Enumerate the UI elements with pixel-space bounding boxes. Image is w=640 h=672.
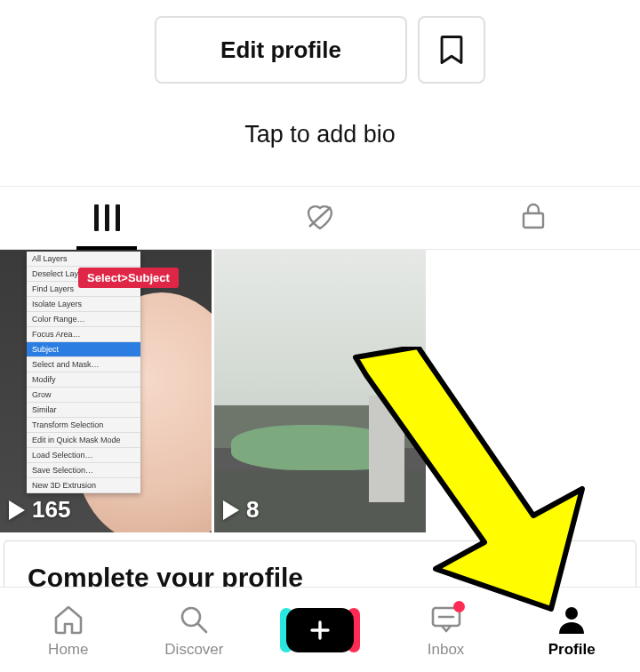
home-icon <box>51 602 86 637</box>
notification-dot <box>453 601 465 612</box>
tab-home[interactable]: Home <box>5 602 132 659</box>
tab-liked[interactable] <box>213 187 427 249</box>
video-thumb[interactable]: All LayersDeselect LayersFind LayersIsol… <box>0 250 212 532</box>
thumb-badge: Select>Subject <box>78 268 179 288</box>
inbox-icon <box>428 602 464 637</box>
tab-private[interactable] <box>427 187 640 249</box>
profile-icon <box>554 602 589 637</box>
tab-feed[interactable] <box>0 187 213 249</box>
tab-label: Discover <box>164 641 223 659</box>
feed-icon <box>94 204 120 231</box>
play-icon <box>223 500 239 520</box>
bookmark-icon <box>434 32 469 68</box>
tab-profile[interactable]: Profile <box>508 602 635 659</box>
svg-line-0 <box>309 207 331 227</box>
create-button <box>286 608 354 652</box>
tab-label: Profile <box>548 641 596 659</box>
tab-inbox[interactable]: Inbox <box>383 602 509 659</box>
svg-point-2 <box>182 608 200 626</box>
view-count: 165 <box>9 496 70 524</box>
tab-create[interactable] <box>257 608 383 652</box>
svg-rect-1 <box>524 213 543 228</box>
add-bio-link[interactable]: Tap to add bio <box>0 121 640 148</box>
view-count: 8 <box>223 496 259 524</box>
video-thumb[interactable]: 8 <box>214 250 426 532</box>
bottom-tab-bar: Home Discover Inbox Profile <box>0 587 640 672</box>
tab-discover[interactable]: Discover <box>132 602 258 659</box>
tab-label: Home <box>48 641 88 659</box>
play-icon <box>9 500 25 520</box>
heart-hidden-icon <box>304 202 336 234</box>
bookmark-button[interactable] <box>418 16 485 84</box>
edit-profile-button[interactable]: Edit profile <box>155 16 407 84</box>
lock-icon <box>520 202 547 234</box>
tab-label: Inbox <box>428 641 465 659</box>
svg-point-6 <box>565 607 578 620</box>
svg-line-3 <box>198 624 206 632</box>
search-icon <box>176 602 212 637</box>
